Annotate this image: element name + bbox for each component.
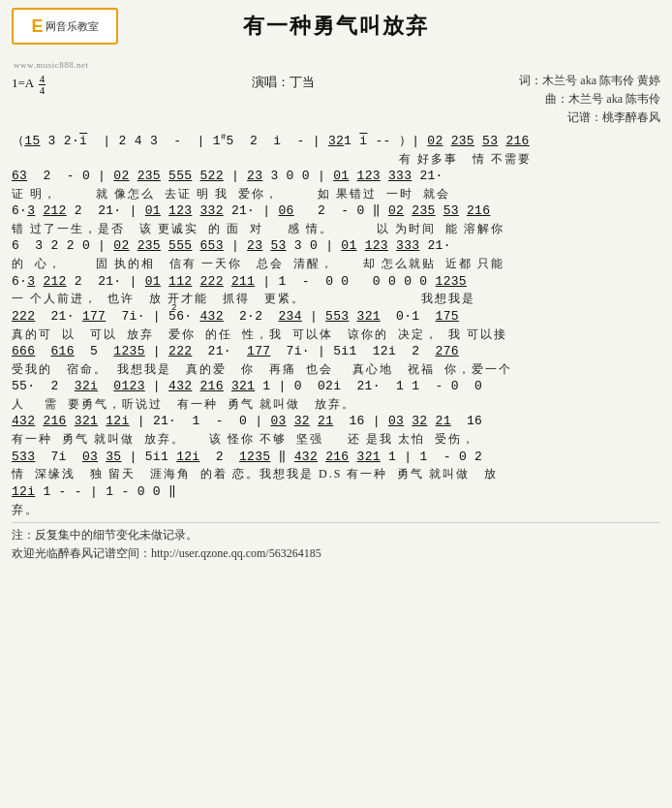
- section-2: 63 2 - 0 | 02 235 555 522 | 23 3 0 0 | 0…: [12, 167, 660, 201]
- section-6: 2 222 21· 177 7i· | 56· 432 2·2 234 | 55…: [12, 307, 660, 341]
- section-9: 432 216 321 12i | 21· 1 - 0 | 03 32 21 1…: [12, 412, 660, 446]
- credits: 词：木兰号 aka 陈韦伶 黄婷 曲：木兰号 aka 陈韦伶 记谱：桃李醉春风: [467, 72, 660, 128]
- nums-6: 222 21· 177 7i· | 56· 432 2·2 234 | 553 …: [12, 307, 660, 327]
- lyrics-2: 证 明， 就 像怎么 去证 明 我 爱你， 如 果错过 一时 就会: [12, 187, 660, 201]
- lyrics-11: 弃。: [12, 503, 660, 516]
- credit-line-2: 曲：木兰号 aka 陈韦伶: [467, 90, 660, 109]
- lyrics-1: 有 好多事 情 不需要: [12, 152, 660, 166]
- singer-line: 演唱：丁当: [99, 72, 467, 91]
- website-line: www.music888.net: [14, 60, 660, 70]
- nums-10: 533 7i 03 35 | 5i1 12i 2 1235 ‖ 432 216 …: [12, 448, 660, 468]
- nums-9: 432 216 321 12i | 21· 1 - 0 | 03 32 21 1…: [12, 412, 660, 432]
- section-4: 6 3 2 2 0 | 02 235 555 653 | 23 53 3 0 |…: [12, 236, 660, 270]
- lyrics-5: 一 个人前进， 也许 放 开才能 抓得 更紧。 我想我是: [12, 292, 660, 305]
- nums-5: 6·3 212 2 21· | 01 112 222 211 | 1 - 0 0…: [12, 272, 660, 293]
- nums-3: 6·3 212 2 21· | 01 123 332 21· | 06 2 - …: [12, 202, 660, 222]
- section-8: 55· 2 32i 0123 | 432 216 321 1 | 0 02i 2…: [12, 377, 660, 411]
- logo-e-icon: E: [31, 16, 43, 37]
- key-label: 1=A: [12, 76, 34, 90]
- section-1: （15 3 2·i | 2 4 3 - | 1#5 2 i - | 321 i …: [12, 131, 660, 167]
- logo-area: E 网音乐教室: [12, 8, 118, 45]
- key-time: 1=A 4 4: [12, 72, 99, 96]
- lyrics-6: 真的可 以 可以 放弃 爱你 的任 性，我 可以体 谅你的 决定， 我 可以接: [12, 327, 660, 341]
- footer-note: 注：反复集中的细节变化未做记录。: [12, 522, 660, 544]
- section-10: 533 7i 03 35 | 5i1 12i 2 1235 ‖ 432 216 …: [12, 448, 660, 482]
- nums-7: 666 616 5 1235 | 222 21· 177 7i· | 5i1 1…: [12, 342, 660, 362]
- lyrics-10: 情 深缘浅 独 留天 涯海角 的着 恋。我想我是 D.S 有一种 勇气 就叫做 …: [12, 467, 660, 481]
- nums-1: （15 3 2·i | 2 4 3 - | 1#5 2 i - | 321 i …: [12, 131, 660, 152]
- lyrics-7: 受我的 宿命。 我想我是 真的爱 你 再痛 也会 真心地 祝福 你，爱一个: [12, 362, 660, 376]
- section-5: 6·3 212 2 21· | 01 112 222 211 | 1 - 0 0…: [12, 272, 660, 306]
- nums-11: 12i 1 - - | 1 - 0 0 ‖: [12, 482, 660, 503]
- nums-8: 55· 2 32i 0123 | 432 216 321 1 | 0 02i 2…: [12, 377, 660, 397]
- credit-line-1: 词：木兰号 aka 陈韦伶 黄婷: [467, 72, 660, 90]
- time-bot: 4: [39, 85, 46, 96]
- credit-line-3: 记谱：桃李醉春风: [467, 109, 660, 127]
- nums-4: 6 3 2 2 0 | 02 235 555 653 | 23 53 3 0 |…: [12, 236, 660, 257]
- section-7: 666 616 5 1235 | 222 21· 177 7i· | 5i1 1…: [12, 342, 660, 376]
- lyrics-8: 人 需 要勇气，听说过 有一种 勇气 就叫做 放弃。: [12, 397, 660, 411]
- lyrics-4: 的 心， 固 执的相 信有 一天你 总会 清醒， 却 怎么就贴 近都 只能: [12, 257, 660, 270]
- page: E 网音乐教室 有一种勇气叫放弃 www.music888.net 1=A 4 …: [0, 0, 672, 808]
- logo-box: E 网音乐教室: [12, 8, 118, 45]
- time-signature: 4 4: [39, 74, 46, 96]
- meta-section: 1=A 4 4 演唱：丁当 词：木兰号 aka 陈韦伶 黄婷 曲：木兰号 aka…: [12, 72, 660, 128]
- logo-text: 网音乐教室: [46, 19, 99, 34]
- section-11: 12i 1 - - | 1 - 0 0 ‖ 弃。: [12, 482, 660, 516]
- nums-2: 63 2 - 0 | 02 235 555 522 | 23 3 0 0 | 0…: [12, 167, 660, 187]
- score-section: （15 3 2·i | 2 4 3 - | 1#5 2 i - | 321 i …: [12, 131, 660, 516]
- lyrics-3: 错 过了一生，是否 该 更诚实 的 面 对 感 情。 以 为时间 能 溶解你: [12, 222, 660, 235]
- footer-link: 欢迎光临醉春风记谱空间：http://user.qzone.qq.com/563…: [12, 545, 660, 562]
- lyrics-9: 有一种 勇气 就叫做 放弃。 该 怪你 不够 坚强 还 是我 太怕 受伤，: [12, 432, 660, 446]
- section-3: 6·3 212 2 21· | 01 123 332 21· | 06 2 - …: [12, 202, 660, 235]
